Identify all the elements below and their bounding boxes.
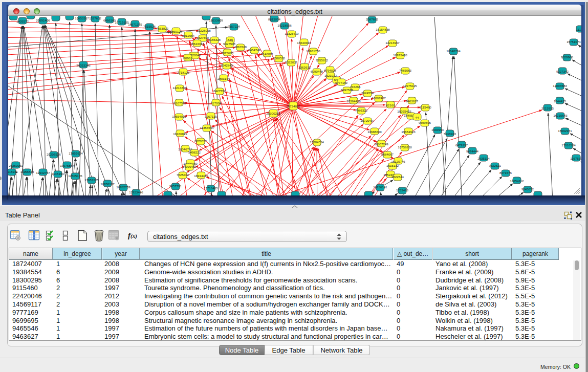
- svg-text:20053346: 20053346: [76, 63, 91, 67]
- svg-text:10688609: 10688609: [367, 130, 382, 134]
- svg-text:7986322: 7986322: [355, 108, 368, 112]
- svg-text:1167533: 1167533: [570, 157, 581, 160]
- svg-text:9245652: 9245652: [521, 187, 534, 191]
- svg-text:16210643: 16210643: [553, 114, 568, 117]
- svg-text:20364436: 20364436: [346, 99, 361, 103]
- svg-text:16033809: 16033809: [209, 18, 223, 22]
- svg-text:3215955: 3215955: [541, 106, 554, 110]
- svg-text:20691406: 20691406: [36, 18, 50, 22]
- svg-text:12942757: 12942757: [36, 171, 50, 174]
- svg-text:8454749: 8454749: [248, 48, 261, 52]
- svg-text:16914479: 16914479: [194, 174, 208, 178]
- svg-text:1588520: 1588520: [273, 56, 286, 60]
- svg-text:10973493: 10973493: [393, 53, 407, 57]
- svg-text:5875685: 5875685: [221, 51, 234, 55]
- svg-text:1405572: 1405572: [16, 19, 29, 23]
- svg-text:12923446: 12923446: [129, 190, 143, 194]
- svg-text:12213967: 12213967: [385, 41, 400, 45]
- svg-text:10756928: 10756928: [398, 145, 412, 149]
- svg-text:10648764: 10648764: [446, 49, 461, 53]
- svg-text:16782759: 16782759: [116, 185, 130, 189]
- svg-text:7632621: 7632621: [489, 164, 502, 167]
- svg-text:11156829: 11156829: [20, 170, 34, 173]
- svg-text:11353594: 11353594: [200, 126, 214, 129]
- svg-text:62160: 62160: [386, 103, 395, 107]
- svg-text:17957225: 17957225: [84, 178, 99, 182]
- svg-text:3624554: 3624554: [361, 91, 374, 95]
- svg-text:14099469: 14099469: [182, 165, 197, 168]
- svg-text:2522544: 2522544: [391, 175, 404, 179]
- svg-text:8186328: 8186328: [208, 38, 221, 41]
- svg-text:2867608: 2867608: [234, 45, 247, 49]
- svg-text:9699695: 9699695: [419, 121, 431, 124]
- svg-text:1362615: 1362615: [298, 65, 311, 69]
- svg-text:9329966: 9329966: [561, 55, 574, 59]
- svg-text:6466160: 6466160: [103, 18, 116, 22]
- svg-text:10107552: 10107552: [172, 101, 186, 105]
- svg-text:9327500: 9327500: [197, 36, 209, 39]
- svg-text:7357224: 7357224: [228, 25, 241, 28]
- svg-text:9227342: 9227342: [556, 70, 569, 73]
- svg-text:15716485: 15716485: [204, 186, 218, 190]
- svg-text:7955812: 7955812: [316, 58, 329, 62]
- svg-text:2803144: 2803144: [217, 77, 230, 80]
- svg-text:9474444: 9474444: [466, 149, 479, 153]
- svg-text:19218506: 19218506: [277, 24, 292, 27]
- svg-text:1733426: 1733426: [396, 188, 409, 192]
- svg-text:8427552: 8427552: [213, 89, 226, 93]
- svg-text:16154838: 16154838: [376, 28, 390, 31]
- svg-text:8860124: 8860124: [170, 30, 183, 33]
- svg-text:15751074: 15751074: [567, 40, 581, 43]
- svg-text:10807487: 10807487: [372, 96, 386, 100]
- svg-text:1244415: 1244415: [554, 99, 567, 103]
- svg-text:15720407: 15720407: [360, 119, 375, 122]
- svg-text:16671355: 16671355: [128, 23, 142, 26]
- svg-text:8912954: 8912954: [182, 34, 195, 37]
- svg-text:8878352: 8878352: [194, 139, 207, 143]
- svg-text:17016504: 17016504: [561, 143, 576, 147]
- svg-text:12093583: 12093583: [553, 84, 567, 87]
- svg-text:16543352: 16543352: [190, 42, 204, 46]
- svg-text:9684067: 9684067: [381, 152, 394, 156]
- svg-text:19975887: 19975887: [60, 164, 74, 167]
- svg-text:14136141: 14136141: [373, 185, 387, 189]
- svg-text:5498222: 5498222: [188, 150, 201, 154]
- svg-text:9115460: 9115460: [419, 105, 431, 109]
- svg-text:44: 44: [416, 116, 419, 119]
- svg-text:2087682: 2087682: [366, 17, 379, 21]
- svg-text:7625402: 7625402: [177, 173, 189, 177]
- svg-text:6479197: 6479197: [455, 143, 468, 147]
- svg-text:9857791: 9857791: [169, 184, 182, 188]
- svg-text:3915941: 3915941: [8, 170, 18, 173]
- svg-text:3267130: 3267130: [205, 115, 217, 118]
- svg-text:19166829: 19166829: [173, 132, 187, 136]
- svg-text:26350061: 26350061: [9, 164, 23, 167]
- svg-text:9777169: 9777169: [335, 81, 348, 84]
- svg-text:18724007: 18724007: [286, 104, 300, 108]
- svg-text:19384554: 19384554: [310, 140, 324, 144]
- svg-text:1527602: 1527602: [89, 16, 102, 20]
- svg-text:11172: 11172: [576, 28, 581, 31]
- svg-text:7663822: 7663822: [156, 27, 169, 30]
- svg-text:9327508: 9327508: [223, 42, 236, 46]
- svg-text:1615132: 1615132: [386, 164, 399, 167]
- svg-text:16961758: 16961758: [306, 49, 320, 53]
- svg-text:11325419: 11325419: [285, 32, 299, 35]
- svg-text:12975115: 12975115: [403, 84, 417, 87]
- svg-text:5938923: 5938923: [444, 132, 456, 136]
- svg-text:6497568: 6497568: [341, 88, 354, 92]
- svg-text:19654925: 19654925: [172, 115, 186, 118]
- svg-text:9146821: 9146821: [261, 52, 274, 56]
- svg-text:25300203: 25300203: [266, 112, 280, 115]
- svg-text:10653267: 10653267: [75, 16, 89, 20]
- svg-text:6794028: 6794028: [324, 69, 337, 72]
- svg-text:9463627: 9463627: [406, 99, 419, 103]
- svg-text:19654923: 19654923: [401, 130, 416, 134]
- svg-text:8813054: 8813054: [268, 17, 281, 21]
- svg-text:12213369: 12213369: [172, 86, 187, 90]
- svg-text:7485063: 7485063: [399, 69, 412, 72]
- svg-text:20206526: 20206526: [47, 152, 61, 156]
- svg-text:5322037: 5322037: [285, 60, 298, 64]
- svg-text:1640953: 1640953: [431, 128, 444, 132]
- svg-text:317004: 317004: [211, 101, 222, 105]
